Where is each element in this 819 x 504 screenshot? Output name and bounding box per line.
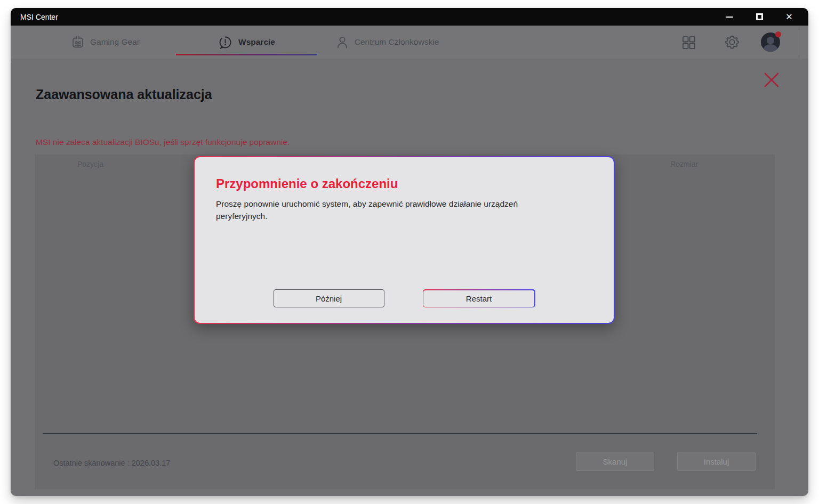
- notification-dot: [775, 31, 781, 37]
- msi-center-window: MSI Center ✕ G: [11, 8, 808, 496]
- restart-button-frame[interactable]: Restart: [423, 289, 535, 307]
- tab-member-center-label: Centrum Członkowskie: [355, 37, 439, 47]
- minimize-icon: [726, 17, 733, 18]
- minimize-button[interactable]: [714, 8, 744, 26]
- close-window-button[interactable]: ✕: [774, 8, 804, 26]
- tab-support-label: Wsparcie: [238, 37, 275, 47]
- dialog-message: Proszę ponownie uruchomić system, aby za…: [216, 198, 557, 222]
- nav-left-divider: [11, 26, 11, 63]
- window-title: MSI Center: [20, 13, 58, 21]
- titlebar: MSI Center ✕: [11, 8, 808, 26]
- apps-grid-icon: [682, 36, 696, 50]
- avatar-person-icon: [767, 37, 774, 44]
- support-icon: [218, 35, 232, 50]
- tab-member-center[interactable]: Centrum Członkowskie: [317, 26, 457, 59]
- top-navigation: Gaming Gear Wsparcie Centrum Cz: [11, 26, 808, 59]
- later-button[interactable]: Później: [274, 289, 384, 307]
- footer-divider: [43, 433, 757, 434]
- window-controls: ✕: [714, 8, 804, 26]
- apps-grid-button[interactable]: [682, 36, 696, 52]
- close-page-icon: [762, 71, 781, 89]
- last-scan-text: Ostatnie skanowanie : 2026.03.17: [53, 459, 170, 467]
- close-page-button[interactable]: [762, 71, 781, 89]
- settings-gear-icon: [725, 35, 740, 50]
- tab-gaming-gear[interactable]: Gaming Gear: [35, 26, 176, 59]
- restart-reminder-dialog-frame: Przypomnienie o zakończeniu Proszę ponow…: [194, 156, 615, 324]
- close-window-icon: ✕: [785, 13, 792, 21]
- maximize-icon: [756, 13, 763, 20]
- settings-button[interactable]: [725, 35, 740, 52]
- column-header-size: Rozmiar: [670, 160, 698, 168]
- maximize-button[interactable]: [744, 8, 774, 26]
- column-header-item: Pozycja: [77, 160, 103, 168]
- active-tab-underline: [176, 54, 317, 55]
- restart-reminder-dialog: Przypomnienie o zakończeniu Proszę ponow…: [195, 157, 614, 323]
- user-avatar-button[interactable]: [761, 32, 780, 52]
- dialog-title: Przypomnienie o zakończeniu: [216, 176, 398, 191]
- restart-button[interactable]: Restart: [423, 290, 534, 307]
- install-button[interactable]: Instaluj: [677, 452, 756, 471]
- scan-button[interactable]: Skanuj: [576, 452, 654, 471]
- tab-support[interactable]: Wsparcie: [176, 26, 317, 59]
- gaming-gear-icon: [71, 35, 84, 49]
- bios-warning-text: MSI nie zaleca aktualizacji BIOSu, jeśli…: [36, 137, 290, 147]
- dialog-buttons: Później Restart: [195, 289, 614, 307]
- page-title: Zaawansowana aktualizacja: [36, 87, 212, 102]
- member-center-icon: [336, 35, 349, 49]
- tab-gaming-gear-label: Gaming Gear: [90, 37, 140, 47]
- nav-right-divider: [799, 28, 799, 58]
